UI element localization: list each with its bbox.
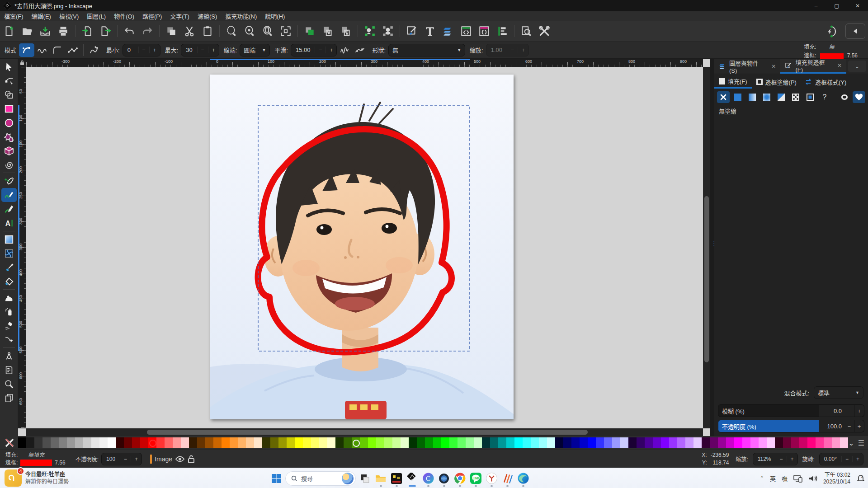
tab-stroke-paint[interactable]: 邊框塗繪(P) — [752, 75, 801, 89]
palette-swatch[interactable] — [75, 437, 83, 448]
paint-app-button[interactable] — [500, 469, 514, 488]
palette-swatch[interactable] — [254, 437, 262, 448]
palette-swatch[interactable] — [124, 437, 132, 448]
palette-swatch[interactable] — [571, 437, 580, 448]
ime-language-indicator[interactable]: 英 — [770, 474, 776, 483]
scale-spinbox[interactable]: 1.00−+ — [486, 44, 529, 56]
lpe-simplify-button[interactable] — [337, 43, 352, 57]
blur-value[interactable]: 0.0 — [819, 404, 844, 417]
palette-swatch[interactable] — [433, 437, 441, 448]
palette-swatch[interactable] — [588, 437, 596, 448]
copy-button[interactable] — [163, 23, 180, 40]
palette-swatch[interactable] — [824, 437, 832, 448]
palette-swatch[interactable] — [213, 437, 222, 448]
paint-dots-pattern-button[interactable] — [789, 91, 802, 103]
xml-editor-button[interactable] — [458, 23, 475, 40]
palette-swatch[interactable] — [287, 437, 295, 448]
text-dialog-button[interactable] — [421, 23, 439, 40]
palette-swatch[interactable] — [319, 437, 327, 448]
edge-button[interactable] — [516, 469, 530, 488]
palette-swatch[interactable] — [482, 437, 490, 448]
palette-swatch[interactable] — [580, 437, 588, 448]
text-tool[interactable]: A — [1, 216, 17, 230]
close-button[interactable]: ✕ — [847, 0, 868, 11]
preferences-button[interactable] — [536, 23, 553, 40]
close-tab-icon[interactable]: ✕ — [771, 63, 776, 70]
palette-swatch[interactable] — [466, 437, 474, 448]
layers-dialog-button[interactable] — [439, 23, 457, 40]
palette-swatch[interactable] — [18, 437, 26, 448]
minimize-button[interactable]: – — [806, 0, 826, 11]
smooth-spinbox[interactable]: 15.00−+ — [291, 44, 337, 56]
palette-swatch[interactable] — [767, 437, 775, 448]
shape-dropdown[interactable]: 無▼ — [388, 44, 465, 56]
menu-item[interactable]: 說明(H) — [261, 11, 289, 21]
palette-swatch[interactable] — [506, 437, 514, 448]
cap-dropdown[interactable]: 圓端▼ — [240, 44, 270, 56]
paint-swatch-button[interactable] — [804, 91, 816, 103]
ime-mode-indicator[interactable]: 嘸 — [782, 474, 788, 483]
palette-swatch[interactable] — [376, 437, 384, 448]
pencil-tool[interactable] — [1, 188, 17, 202]
palette-swatch[interactable] — [67, 437, 75, 448]
palette-swatch[interactable] — [514, 437, 523, 448]
palette-swatch[interactable] — [807, 437, 816, 448]
zoom-page-button[interactable] — [259, 23, 276, 40]
palette-swatch[interactable] — [189, 437, 197, 448]
palette-swatch[interactable] — [669, 437, 677, 448]
pen-tool[interactable] — [1, 174, 17, 188]
align-distribute-button[interactable] — [494, 23, 511, 40]
paint-linear-gradient-button[interactable] — [746, 91, 759, 103]
palette-swatch[interactable] — [734, 437, 742, 448]
palette-swatch[interactable] — [840, 437, 848, 448]
pressure-min-spinbox[interactable]: 0−+ — [123, 44, 160, 56]
tab-layers-objects[interactable]: 圖層與物件(S)✕ — [714, 59, 780, 74]
spray-tool[interactable] — [1, 305, 17, 319]
snap-toggle-icon[interactable] — [826, 24, 840, 38]
palette-swatch[interactable] — [685, 437, 693, 448]
tab-fill[interactable]: 填充(F) — [714, 75, 752, 89]
zoom-spinbox[interactable]: 112%−+ — [753, 453, 798, 465]
volume-icon[interactable] — [808, 475, 817, 482]
canvas-area[interactable]: -300-200-1000100200300400500600700800900… — [18, 59, 710, 436]
palette-swatch[interactable] — [91, 437, 99, 448]
palette-swatch[interactable] — [132, 437, 140, 448]
widgets-button[interactable]: 4 今日最旺:牡羊座 解鎖你的每日運勢 — [5, 469, 69, 487]
zoom-tool[interactable] — [1, 377, 17, 391]
paint-unknown-button[interactable]: ? — [818, 91, 831, 103]
palette-swatch[interactable] — [425, 437, 433, 448]
ruler-vertical[interactable]: 50100150200250300350400450500550600650 — [18, 67, 26, 428]
palette-swatch[interactable] — [783, 437, 791, 448]
palette-swatch[interactable] — [108, 437, 116, 448]
palette-swatch[interactable] — [295, 437, 303, 448]
palette-swatch[interactable] — [759, 437, 767, 448]
palette-swatch[interactable] — [637, 437, 645, 448]
measure-tool[interactable] — [1, 349, 17, 363]
palette-swatch[interactable] — [612, 437, 620, 448]
taskbar-search[interactable]: 搜尋 — [285, 471, 356, 486]
blur-increase-button[interactable]: + — [854, 404, 864, 417]
palette-swatch[interactable] — [262, 437, 270, 448]
mode-bezier-button[interactable] — [19, 43, 34, 57]
rotation-spinbox[interactable]: 0.00°−+ — [819, 453, 863, 465]
node-tool[interactable] — [1, 74, 17, 88]
palette-swatch[interactable] — [653, 437, 661, 448]
palette-swatch[interactable] — [604, 437, 612, 448]
palette-swatch[interactable] — [449, 437, 458, 448]
object-properties-button[interactable] — [476, 23, 493, 40]
palette-swatch[interactable] — [181, 437, 189, 448]
ruler-lock-icon[interactable] — [18, 59, 26, 67]
export-button[interactable] — [97, 23, 114, 40]
network-icon[interactable] — [793, 474, 802, 483]
horizontal-scrollbar-thumb[interactable] — [147, 430, 588, 435]
star-tool[interactable] — [1, 130, 17, 144]
inkscape-taskbar-button[interactable] — [406, 469, 419, 488]
open-document-button[interactable] — [19, 23, 36, 40]
ruler-horizontal[interactable]: -300-200-1000100200300400500600700800900 — [26, 59, 703, 67]
current-layer-name[interactable]: Image — [155, 455, 172, 463]
zoom-drawing-button[interactable] — [241, 23, 258, 40]
import-button[interactable] — [79, 23, 96, 40]
sb-stroke-swatch[interactable] — [20, 460, 52, 466]
palette-swatch[interactable] — [246, 437, 254, 448]
palette-swatch[interactable] — [116, 437, 124, 448]
